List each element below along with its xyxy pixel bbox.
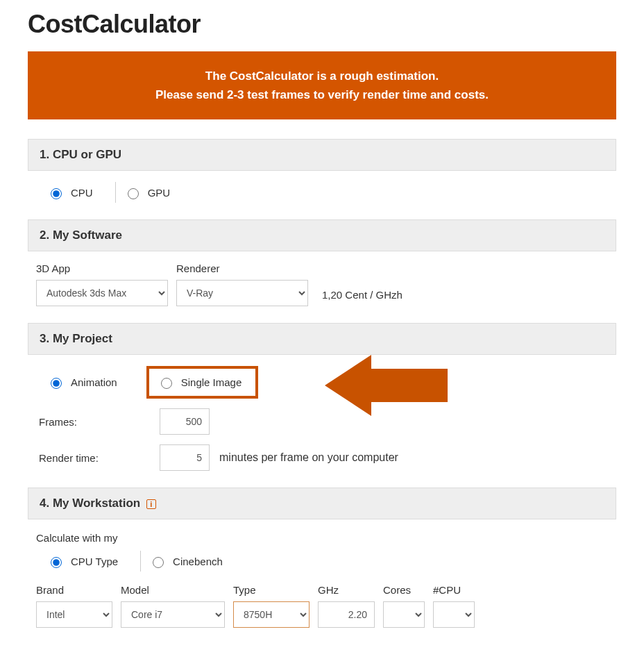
single-image-highlight: Single Image (146, 366, 259, 399)
type-select[interactable]: 8750H (233, 601, 310, 628)
model-label: Model (121, 584, 225, 596)
renderer-select[interactable]: V-Ray (176, 280, 308, 306)
ncpu-select[interactable]: 1 (433, 601, 475, 628)
svg-marker-0 (325, 355, 448, 416)
radio-animation[interactable]: Animation (44, 373, 134, 392)
radio-cputype-label: CPU Type (71, 556, 118, 567)
frames-label: Frames: (39, 416, 122, 428)
radio-gpu-input[interactable] (128, 188, 139, 199)
ghz-label: GHz (318, 584, 375, 596)
radio-gpu-label: GPU (148, 187, 171, 199)
rendertime-suffix: minutes per frame on your computer (219, 451, 398, 464)
divider (115, 182, 116, 203)
rendertime-input[interactable] (160, 444, 210, 471)
radio-cputype[interactable]: CPU Type (44, 552, 135, 571)
type-label: Type (233, 584, 310, 596)
section-4-title: 4. My Workstation (40, 497, 140, 510)
notice-line-1: The CostCalculator is a rough estimation… (42, 67, 602, 85)
notice-banner: The CostCalculator is a rough estimation… (28, 51, 616, 119)
radio-cpu-label: CPU (71, 187, 93, 199)
ghz-input[interactable] (318, 601, 375, 628)
section-3-header: 3. My Project (28, 323, 616, 355)
radio-cpu[interactable]: CPU (44, 183, 110, 202)
info-icon[interactable]: i (146, 499, 156, 509)
radio-cputype-input[interactable] (51, 557, 62, 568)
frames-input[interactable] (160, 408, 210, 435)
radio-single-image[interactable]: Single Image (158, 376, 242, 389)
model-select[interactable]: Core i7 (121, 601, 225, 628)
renderer-label: Renderer (176, 262, 308, 274)
ncpu-label: #CPU (433, 584, 475, 596)
section-4-header: 4. My Workstation i (28, 488, 616, 519)
rate-text: 1,20 Cent / GHzh (322, 289, 402, 306)
notice-line-2: Please send 2-3 test frames to verify re… (42, 85, 602, 104)
app-label: 3D App (36, 262, 168, 274)
brand-label: Brand (36, 584, 112, 596)
page-title: CostCalculator (28, 10, 616, 39)
rendertime-label: Render time: (39, 452, 122, 464)
radio-cinebench-input[interactable] (153, 557, 164, 568)
calculate-with-label: Calculate with my (36, 532, 608, 544)
cores-label: Cores (383, 584, 425, 596)
section-1-header: 1. CPU or GPU (28, 139, 616, 171)
radio-cinebench-label: Cinebench (173, 556, 223, 567)
radio-cinebench[interactable]: Cinebench (146, 552, 239, 571)
brand-select[interactable]: Intel (36, 601, 112, 628)
radio-single-image-label: Single Image (181, 376, 242, 388)
section-2-header: 2. My Software (28, 219, 616, 251)
radio-animation-input[interactable] (51, 378, 62, 389)
radio-animation-label: Animation (71, 376, 117, 388)
app-select[interactable]: Autodesk 3ds Max (36, 280, 168, 306)
divider (140, 551, 141, 572)
radio-cpu-input[interactable] (51, 188, 62, 199)
radio-gpu[interactable]: GPU (121, 183, 187, 202)
radio-single-image-input[interactable] (161, 378, 172, 389)
cores-select[interactable]: 6 (383, 601, 425, 628)
